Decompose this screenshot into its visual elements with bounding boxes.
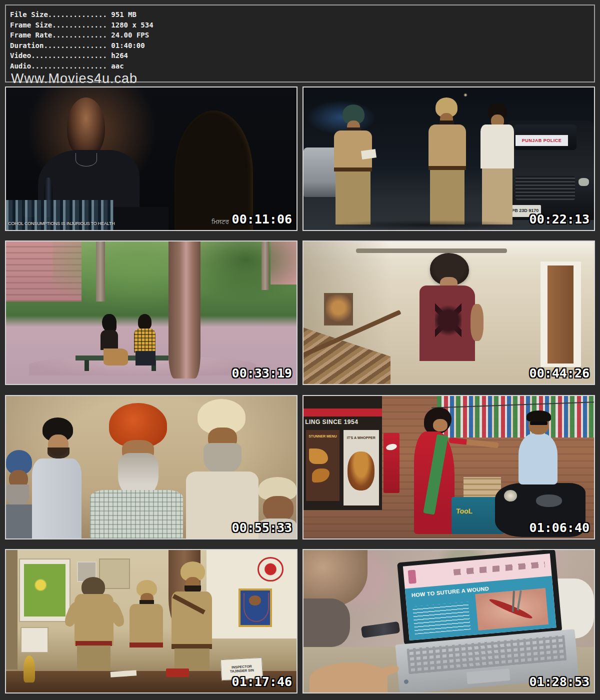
site-logo-mark: [408, 570, 416, 584]
screenshot-tile-5: 00:55:33: [5, 395, 298, 540]
woman-extended-arm: [448, 438, 498, 448]
motorcycle-headlight: [504, 490, 517, 502]
wound-photo: [475, 588, 548, 630]
p2-belt: [130, 642, 163, 648]
palm-trunk-1: [96, 242, 104, 302]
touchpad: [466, 669, 510, 684]
scene-street-market: LING SINCE 1954 STUNNER MENU IT'S A WHOP…: [304, 396, 594, 538]
officer1-notebook: [361, 149, 376, 160]
screenshot-tile-3: 00:33:19: [5, 240, 298, 385]
info-row-video: Video.................. h264: [10, 50, 594, 61]
screenshot-sheet: { "page": { "background": "#2b2b2b", "ti…: [0, 0, 600, 700]
bench-leg-left: [84, 360, 89, 372]
man-plaid-shirt: [134, 328, 156, 352]
nameplate-line2: TAJINDER SIN: [230, 668, 254, 674]
stunner-menu-text: STUNNER MENU: [307, 434, 338, 438]
screenshot-tile-4: 00:44:26: [302, 240, 595, 385]
info-label: Audio: [10, 62, 31, 70]
info-row-file-size: File Size.............. 951 MB: [10, 10, 594, 20]
typing-hand: [310, 662, 388, 692]
hp-logo: [404, 680, 409, 684]
motorcycle-tank-highlight: [536, 494, 562, 508]
door-frame: [540, 262, 581, 367]
village-map-frame: [19, 558, 70, 622]
trophy: [24, 656, 35, 682]
man-arm: [470, 304, 484, 341]
necklace: [76, 153, 97, 166]
info-row-frame-rate: Frame Rate............. 24.00 FPS: [10, 30, 594, 40]
health-warning-caption: COHOL CONSUMPTIONS IS INJURIOUS TO HEALT…: [8, 222, 115, 226]
village-map: [24, 564, 66, 616]
info-row-audio: Audio.................. aac: [10, 61, 594, 72]
body-text-lines: [412, 602, 470, 635]
info-label: Video: [10, 52, 31, 60]
right-elder-beard: [204, 443, 242, 474]
officer1-belt: [334, 168, 372, 172]
p1-shirt-back: [74, 594, 114, 646]
dot-leader: ..............: [48, 10, 111, 18]
laptop: HOW TO SUTURE A WOUND: [388, 549, 579, 694]
coke-fridge: [384, 433, 400, 493]
headlamp: [578, 178, 589, 186]
scene-police-office: INSPECTOR TAJINDER SIN 01:17:46: [6, 550, 296, 692]
man3-shirt: [480, 124, 514, 168]
elder-plaid-shirt: [90, 490, 183, 538]
menu-poster-brown: STUNNER MENU: [306, 430, 340, 500]
timestamp-overlay: 00:44:26: [530, 366, 590, 380]
young-man-beard: [48, 448, 70, 459]
media-info-panel: File Size.............. 951 MB Frame Siz…: [5, 4, 595, 82]
screenshot-tile-1: COHOL CONSUMPTIONS IS INJURIOUS TO HEALT…: [5, 86, 298, 231]
screenshot-tile-8: HOW TO SUTURE A WOUND 01:28:5: [302, 549, 595, 694]
dot-leader: ..................: [31, 52, 111, 60]
dot-leader: .............: [52, 31, 111, 39]
woman-face: [433, 419, 448, 432]
door: [548, 266, 574, 364]
info-label: Frame Rate: [10, 31, 52, 39]
info-value: h264: [111, 52, 128, 60]
door-jamb-left: [6, 550, 18, 670]
wall-art-frame: [324, 293, 353, 326]
timestamp-overlay: 00:33:19: [232, 366, 292, 380]
scene-bar-night: COHOL CONSUMPTIONS IS INJURIOUS TO HEALT…: [6, 88, 296, 230]
info-row-duration: Duration............... 01:40:00: [10, 40, 594, 51]
whopper-text: IT'S A WHOPPER: [344, 436, 378, 440]
burger-photo: [348, 452, 374, 490]
storefront: LING SINCE 1954 STUNNER MENU IT'S A WHOP…: [304, 396, 382, 510]
young-man-shirt: [32, 458, 82, 538]
screenshot-tile-6: LING SINCE 1954 STUNNER MENU IT'S A WHOP…: [302, 395, 595, 540]
food-wedge-2: [312, 468, 330, 482]
rider-sunglasses: [530, 422, 548, 425]
red-crest: [258, 557, 284, 581]
dot-leader: ..................: [31, 62, 111, 70]
scene-indoor-stairs: 00:44:26: [304, 242, 594, 384]
ambedkar-portrait: [238, 588, 272, 627]
info-value: aac: [111, 62, 124, 70]
screenshot-tile-7: INSPECTOR TAJINDER SIN 01:17:46: [5, 549, 298, 694]
cart-text: TooL: [456, 508, 472, 515]
red-ledger: [166, 668, 189, 677]
timestamp-overlay: 00:22:13: [530, 212, 590, 226]
tree-trunk: [168, 242, 200, 378]
laptop-screen-bezel: HOW TO SUTURE A WOUND: [397, 549, 562, 645]
officer1-trousers: [336, 172, 370, 224]
info-value: 01:40:00: [111, 42, 144, 50]
rider-shirt: [518, 433, 558, 484]
man-hair: [138, 314, 152, 330]
timestamp-overlay: 00:55:33: [232, 520, 292, 535]
forceps-second-arm: [516, 590, 522, 610]
scene-park-bench: 00:33:19: [6, 242, 296, 384]
food-wedge-1: [309, 448, 328, 464]
whopper-poster: IT'S A WHOPPER: [344, 430, 379, 505]
tshirt-graphic: [435, 302, 462, 339]
ground-shadow: [326, 220, 530, 230]
man-left-head: [67, 98, 105, 158]
portrait-garland: [244, 593, 269, 622]
timestamp-overlay: 01:28:53: [530, 674, 590, 689]
info-value: 951 MB: [111, 10, 136, 18]
officer1-shirt: [334, 130, 372, 168]
info-label: Duration: [10, 42, 44, 50]
p2-shirt: [130, 604, 163, 646]
wound-gash: [488, 597, 534, 622]
sofa-arm-dark: [304, 598, 350, 647]
storefront-red-band: [304, 408, 382, 416]
